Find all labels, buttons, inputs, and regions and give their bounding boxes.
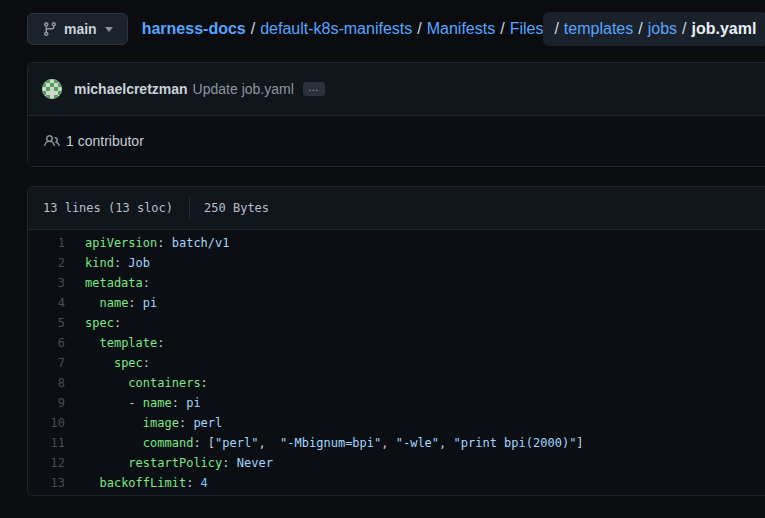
- code-viewer: 1apiVersion: batch/v12kind: Job3metadata…: [28, 230, 765, 495]
- line-number[interactable]: 1: [28, 233, 65, 253]
- branch-selector-button[interactable]: main: [27, 13, 128, 45]
- breadcrumb-separator: /: [638, 20, 642, 38]
- breadcrumb-item-default-k8s-manifests[interactable]: default-k8s-manifests: [260, 20, 412, 38]
- commit-author-link[interactable]: michaelcretzman: [74, 81, 188, 97]
- code-line-content: spec:: [85, 353, 150, 373]
- code-line-content: metadata:: [85, 273, 150, 293]
- contributors-row: 1 contributor: [28, 116, 765, 166]
- line-number[interactable]: 6: [28, 333, 65, 353]
- code-line-content: restartPolicy: Never: [85, 453, 273, 473]
- avatar[interactable]: [42, 79, 62, 99]
- breadcrumb: harness-docs/default-k8s-manifests/Manif…: [142, 12, 765, 46]
- latest-commit-box: michaelcretzman Update job.yaml … 1 cont…: [27, 62, 765, 167]
- line-number[interactable]: 3: [28, 273, 65, 293]
- code-line: 5spec:: [28, 313, 765, 333]
- file-lines-info: 13 lines (13 sloc): [43, 201, 173, 215]
- top-bar: main harness-docs/default-k8s-manifests/…: [0, 0, 765, 46]
- line-number[interactable]: 13: [28, 473, 65, 493]
- line-number[interactable]: 9: [28, 393, 65, 413]
- branch-name-label: main: [64, 21, 97, 37]
- breadcrumb-item-job.yaml: job.yaml: [692, 20, 757, 38]
- breadcrumb-item-Manifests[interactable]: Manifests: [427, 20, 495, 38]
- chevron-down-icon: [105, 27, 113, 32]
- file-view-box: 13 lines (13 sloc) 250 Bytes 1apiVersion…: [27, 186, 765, 496]
- code-line-content: kind: Job: [85, 253, 150, 273]
- code-line: 2kind: Job: [28, 253, 765, 273]
- code-line: 10 image: perl: [28, 413, 765, 433]
- code-line: 8 containers:: [28, 373, 765, 393]
- code-line-content: backoffLimit: 4: [85, 473, 208, 493]
- file-info-divider: [189, 198, 190, 218]
- code-line: 11 command: ["perl", "-Mbignum=bpi", "-w…: [28, 433, 765, 453]
- commit-row: michaelcretzman Update job.yaml …: [28, 63, 765, 116]
- line-number[interactable]: 7: [28, 353, 65, 373]
- code-line: 13 backoffLimit: 4: [28, 473, 765, 493]
- code-line-content: apiVersion: batch/v1: [85, 233, 230, 253]
- code-line-content: template:: [85, 333, 164, 353]
- breadcrumb-separator: /: [682, 20, 686, 38]
- people-icon: [44, 133, 66, 149]
- code-line: 9 - name: pi: [28, 393, 765, 413]
- line-number[interactable]: 12: [28, 453, 65, 473]
- breadcrumb-item-Files[interactable]: Files: [510, 20, 544, 38]
- code-line: 1apiVersion: batch/v1: [28, 233, 765, 253]
- breadcrumb-highlight: /templates/jobs/job.yaml: [543, 12, 765, 46]
- line-number[interactable]: 4: [28, 293, 65, 313]
- code-line-content: - name: pi: [85, 393, 201, 413]
- commit-message-link[interactable]: Update job.yaml: [193, 81, 294, 97]
- breadcrumb-separator: /: [417, 20, 421, 38]
- commit-message-expander-button[interactable]: …: [303, 82, 325, 96]
- breadcrumb-separator: /: [251, 20, 255, 38]
- contributor-count-label: 1 contributor: [66, 133, 144, 149]
- file-size-label: 250 Bytes: [204, 201, 269, 215]
- breadcrumb-item-templates[interactable]: templates: [564, 20, 633, 38]
- line-number[interactable]: 5: [28, 313, 65, 333]
- code-line-content: image: perl: [85, 413, 222, 433]
- breadcrumb-item-jobs[interactable]: jobs: [648, 20, 677, 38]
- breadcrumb-separator: /: [500, 20, 504, 38]
- code-line-content: command: ["perl", "-Mbignum=bpi", "-wle"…: [85, 433, 584, 453]
- code-line: 6 template:: [28, 333, 765, 353]
- line-number[interactable]: 10: [28, 413, 65, 433]
- code-line-content: spec:: [85, 313, 121, 333]
- line-number[interactable]: 11: [28, 433, 65, 453]
- code-line: 7 spec:: [28, 353, 765, 373]
- line-number[interactable]: 8: [28, 373, 65, 393]
- code-line-content: containers:: [85, 373, 208, 393]
- code-line: 4 name: pi: [28, 293, 765, 313]
- breadcrumb-item-harness-docs[interactable]: harness-docs: [142, 20, 246, 38]
- code-line-content: name: pi: [85, 293, 157, 313]
- code-line: 3metadata:: [28, 273, 765, 293]
- breadcrumb-separator: /: [554, 20, 558, 38]
- code-line: 12 restartPolicy: Never: [28, 453, 765, 473]
- git-branch-icon: [42, 21, 58, 37]
- file-info-bar: 13 lines (13 sloc) 250 Bytes: [28, 187, 765, 230]
- line-number[interactable]: 2: [28, 253, 65, 273]
